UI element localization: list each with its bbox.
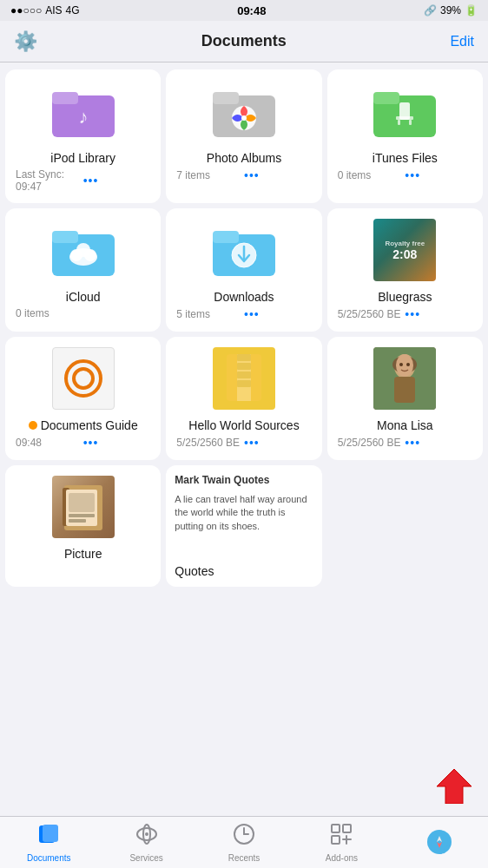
- carrier: AIS: [45, 4, 62, 16]
- svg-rect-44: [43, 825, 58, 842]
- status-left: ●●○○○ AIS 4G: [10, 4, 80, 16]
- folder-icon: [213, 80, 275, 142]
- svg-rect-39: [69, 493, 95, 512]
- svg-rect-8: [373, 92, 399, 104]
- settings-button[interactable]: ⚙️: [14, 30, 37, 53]
- item-subtitle: 0 items: [16, 307, 150, 319]
- zip-icon: [213, 347, 275, 410]
- more-button[interactable]: •••: [244, 307, 312, 321]
- tab-bar: Documents Services Recents: [0, 816, 488, 868]
- folder-icon: [373, 80, 436, 142]
- tab-documents-label: Documents: [27, 853, 71, 863]
- item-subtitle: 5 items •••: [176, 307, 311, 321]
- nav-bar: ⚙️ Documents Edit: [0, 21, 488, 62]
- svg-text:♪: ♪: [78, 106, 88, 128]
- item-title: Hello World Sources: [176, 418, 311, 432]
- tab-compass[interactable]: [391, 830, 488, 856]
- more-button[interactable]: •••: [405, 168, 472, 182]
- svg-rect-26: [237, 363, 251, 370]
- list-item[interactable]: Documents Guide 09:48 •••: [5, 337, 161, 460]
- svg-rect-10: [396, 116, 413, 120]
- svg-point-6: [241, 115, 247, 121]
- svg-point-18: [76, 243, 90, 257]
- svg-point-47: [145, 832, 148, 836]
- svg-rect-12: [409, 120, 412, 125]
- list-item[interactable]: Photo Albums 7 items •••: [166, 69, 321, 203]
- item-subtitle: 0 items •••: [338, 168, 472, 182]
- status-right: 🔗 39% 🔋: [424, 4, 478, 16]
- item-subtitle: 7 items •••: [176, 168, 311, 182]
- svg-rect-52: [343, 825, 351, 832]
- help-icon: [52, 347, 115, 410]
- more-button[interactable]: •••: [244, 436, 312, 450]
- more-button[interactable]: •••: [83, 174, 151, 187]
- svg-point-34: [399, 363, 403, 366]
- list-item[interactable]: ♪ iPod Library Last Sync: 09:47 •••: [5, 69, 161, 203]
- tab-services[interactable]: Services: [97, 822, 195, 863]
- battery-icon: 🔋: [465, 4, 478, 16]
- svg-rect-40: [69, 514, 95, 517]
- network-type: 4G: [66, 4, 80, 16]
- svg-rect-11: [398, 120, 400, 125]
- quote-text: A lie can travel half way around the wor…: [175, 493, 313, 533]
- list-item[interactable]: Picture: [5, 465, 161, 587]
- list-item[interactable]: iCloud 0 items: [5, 208, 161, 332]
- more-button[interactable]: •••: [83, 436, 151, 450]
- bluegrass-thumb: Royalty free 2:08: [373, 219, 436, 281]
- thumbnail-icon: Royalty free 2:08: [373, 219, 436, 281]
- tab-documents[interactable]: Documents: [0, 822, 97, 863]
- svg-rect-14: [52, 231, 78, 243]
- tab-addons-label: Add-ons: [326, 853, 358, 863]
- tab-addons[interactable]: Add-ons: [293, 822, 390, 863]
- svg-rect-27: [237, 372, 251, 378]
- page-title: Documents: [201, 32, 287, 50]
- item-title: Downloads: [176, 290, 311, 304]
- status-bar: ●●○○○ AIS 4G 09:48 🔗 39% 🔋: [0, 0, 488, 21]
- item-title: Mona Lisa: [338, 418, 472, 432]
- orange-dot: [29, 421, 37, 430]
- quote-title: Mark Twain Quotes: [175, 474, 313, 486]
- svg-rect-41: [69, 519, 86, 523]
- recents-icon: [232, 822, 256, 852]
- list-item[interactable]: Hello World Sources 5/25/2560 BE •••: [166, 337, 321, 460]
- more-button[interactable]: •••: [244, 168, 312, 182]
- item-subtitle: 5/25/2560 BE •••: [176, 436, 311, 450]
- bluetooth-icon: 🔗: [424, 4, 437, 16]
- signal-dots: ●●○○○: [10, 4, 42, 16]
- documents-grid: ♪ iPod Library Last Sync: 09:47 ••• Phot…: [0, 62, 488, 816]
- more-button[interactable]: •••: [405, 436, 472, 450]
- tab-recents[interactable]: Recents: [195, 822, 293, 863]
- folder-icon: ♪: [52, 80, 115, 142]
- item-title: Bluegrass: [338, 290, 472, 304]
- item-title: iCloud: [16, 290, 150, 304]
- download-indicator: [432, 760, 476, 807]
- more-button[interactable]: •••: [405, 307, 472, 321]
- svg-rect-20: [213, 231, 239, 243]
- list-item[interactable]: Royalty free 2:08 Bluegrass 5/25/2560 BE…: [327, 208, 483, 332]
- battery-level: 39%: [440, 4, 461, 16]
- thumbnail-icon: [373, 347, 436, 410]
- svg-rect-28: [237, 380, 251, 387]
- item-title: iPod Library: [16, 151, 150, 165]
- status-time: 09:48: [237, 4, 266, 17]
- list-item[interactable]: Mark Twain Quotes A lie can travel half …: [166, 465, 321, 587]
- svg-point-33: [396, 354, 413, 377]
- svg-rect-25: [237, 354, 251, 361]
- tab-services-label: Services: [129, 853, 162, 863]
- list-item[interactable]: iTunes Files 0 items •••: [327, 69, 483, 203]
- svg-rect-31: [394, 377, 415, 403]
- item-subtitle: 5/25/2560 BE •••: [338, 307, 472, 321]
- compass-icon: [427, 830, 452, 854]
- svg-rect-1: [52, 92, 78, 104]
- folder-icon: [213, 219, 275, 281]
- item-subtitle: 09:48 •••: [16, 436, 150, 450]
- item-title: Documents Guide: [16, 418, 150, 432]
- list-item[interactable]: Mona Lisa 5/25/2560 BE •••: [327, 337, 483, 460]
- svg-rect-53: [332, 836, 340, 844]
- svg-marker-42: [437, 769, 472, 804]
- item-title: Quotes: [175, 564, 313, 578]
- edit-button[interactable]: Edit: [450, 34, 474, 49]
- item-subtitle: Last Sync: 09:47 •••: [16, 168, 150, 193]
- list-item[interactable]: Downloads 5 items •••: [166, 208, 321, 332]
- svg-rect-4: [213, 92, 239, 104]
